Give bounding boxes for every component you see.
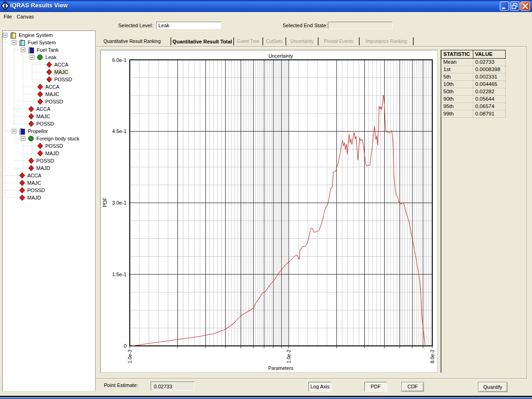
svg-text:POSSD: POSSD [36, 121, 54, 127]
svg-text:MAJD: MAJD [45, 151, 59, 156]
svg-text:Parameters: Parameters [268, 365, 293, 371]
svg-text:3.0e-1: 3.0e-1 [112, 200, 127, 206]
svg-text:6.0e-1: 6.0e-1 [112, 57, 127, 63]
svg-text:Fuel Tank: Fuel Tank [37, 47, 59, 53]
svg-text:POSSD: POSSD [45, 143, 63, 149]
svg-text:Leak: Leak [45, 54, 56, 60]
svg-text:POSSD: POSSD [27, 187, 45, 193]
svg-text:1.5e-1: 1.5e-1 [112, 272, 127, 277]
svg-text:POSSD: POSSD [45, 99, 63, 104]
svg-text:POSSD: POSSD [54, 77, 73, 82]
svg-text:Engine System: Engine System [19, 32, 53, 38]
svg-text:MAJC: MAJC [27, 180, 41, 186]
svg-text:POSSD: POSSD [36, 158, 54, 163]
svg-text:Propellor: Propellor [28, 128, 48, 134]
svg-text:ACCA: ACCA [54, 62, 69, 67]
svg-text:MAJC: MAJC [54, 69, 68, 75]
svg-text:MAJD: MAJD [27, 195, 41, 200]
svg-text:Uncertainty: Uncertainty [268, 53, 293, 59]
svg-text:ACCA: ACCA [36, 106, 51, 112]
svg-text:PDF: PDF [102, 198, 108, 207]
svg-text:4.5e-1: 4.5e-1 [112, 128, 127, 134]
svg-text:ACCA: ACCA [45, 84, 60, 90]
svg-text:Foreign body stuck: Foreign body stuck [36, 136, 79, 141]
svg-text:1.0e-2: 1.0e-2 [286, 350, 291, 363]
svg-text:Fuel System: Fuel System [28, 40, 56, 45]
svg-text:MAJD: MAJD [36, 165, 50, 171]
svg-text:ACCA: ACCA [27, 173, 42, 178]
svg-text:MAJC: MAJC [36, 114, 50, 119]
svg-text:1.0e-3: 1.0e-3 [127, 350, 133, 363]
svg-text:0: 0 [124, 343, 127, 349]
svg-text:8.0e-2: 8.0e-2 [429, 350, 435, 363]
svg-text:MAJC: MAJC [45, 91, 59, 97]
